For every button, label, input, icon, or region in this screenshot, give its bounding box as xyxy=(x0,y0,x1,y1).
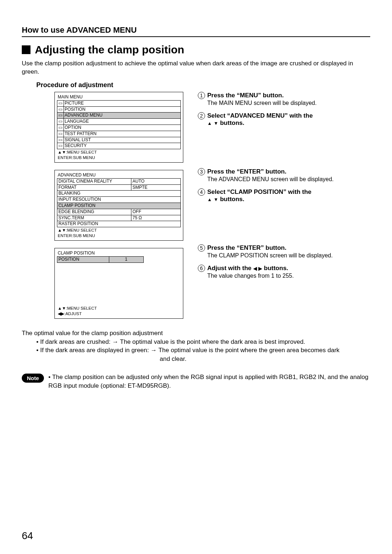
triangle-left-icon xyxy=(253,266,257,271)
bullet-pre: If dark areas are crushed: xyxy=(40,338,111,345)
step-title-cont: buttons. xyxy=(220,119,244,126)
breadcrumb: How to use ADVANCED MENU xyxy=(22,25,370,37)
page-number: 64 xyxy=(22,530,33,542)
step-title: Adjust with the xyxy=(207,265,253,272)
intro-text: Use the clamp position adjustment to ach… xyxy=(22,60,370,76)
square-bullet-icon xyxy=(22,45,30,54)
bullet-pre: If the dark areas are displayed in green… xyxy=(40,347,149,354)
menu-item-selected: POSITION xyxy=(57,256,109,262)
menu-item: FORMAT xyxy=(57,184,131,191)
menu-item: SECURITY xyxy=(64,143,181,149)
menu-item: DIGITAL CINEMA REALITY xyxy=(57,178,131,184)
menu-item: BLANKING xyxy=(57,191,181,197)
bullet-post: The optimal value is the point where the… xyxy=(158,347,339,354)
hint-line: ▲▼:MENU SELECT xyxy=(58,150,97,155)
menu-item: TEST PATTERN xyxy=(64,131,181,137)
note-text: • The clamp position can be adjusted onl… xyxy=(48,373,370,390)
triangle-down-icon xyxy=(214,197,219,202)
step-number-icon: 4 xyxy=(198,188,205,196)
menu-item: EDGE BLENDING xyxy=(57,209,131,215)
menu-item: RASTER POSITION xyxy=(57,221,181,227)
menu-value: 1 xyxy=(109,256,143,262)
step-desc: The value changes from 1 to 255. xyxy=(207,273,370,279)
step-number-icon: 6 xyxy=(198,265,205,272)
menu-value: OFF xyxy=(131,209,181,215)
menu-hint: ▲▼:MENU SELECT ENTER:SUB MENU xyxy=(58,150,97,160)
procedure-heading: Procedure of adjustment xyxy=(36,81,370,89)
hint-line: ▲▼:MENU SELECT xyxy=(58,228,97,233)
step-desc: The MAIN MENU screen will be displayed. xyxy=(207,100,370,106)
hint-line: ◀▶:ADJUST xyxy=(58,311,97,316)
triangle-down-icon xyxy=(214,121,219,126)
step-5: 5 Press the “ENTER” button. The CLAMP PO… xyxy=(198,244,370,259)
menu-value: 75 Ω xyxy=(131,215,181,221)
bullet-post: The optimal value is the point where the… xyxy=(120,338,305,345)
step-title-cont: buttons. xyxy=(220,196,244,203)
note-badge: Note xyxy=(22,374,44,383)
menu-value: AUTO xyxy=(131,178,181,184)
step-number-icon: 1 xyxy=(198,92,205,99)
triangle-up-icon xyxy=(207,121,212,126)
step-title: Press the “ENTER” button. xyxy=(207,168,286,175)
step-title: Press the “ENTER” button. xyxy=(207,244,286,252)
step-title-cont: buttons. xyxy=(264,265,288,272)
advanced-menu-title: ADVANCED MENU xyxy=(58,172,181,178)
main-menu-title: MAIN MENU xyxy=(58,94,181,99)
main-menu-list: ▭PICTURE ▭POSITION ▭ADVANCED MENU ▭LANGU… xyxy=(57,100,181,149)
optimal-value-text: The optimal value for the clamp position… xyxy=(22,329,370,363)
menu-item-selected: CLAMP POSITION xyxy=(57,203,181,209)
menu-hint: ▲▼:MENU SELECT ENTER:SUB MENU xyxy=(58,228,97,238)
step-title: Press the “MENU” button. xyxy=(207,92,284,99)
step-desc: The CLAMP POSITION screen will be displa… xyxy=(207,252,370,259)
step-4: 4 Select “CLAMP POSITION” with the butto… xyxy=(198,188,370,203)
menu-item: POSITION xyxy=(64,106,181,113)
step-number-icon: 5 xyxy=(198,244,205,252)
step-title: Select “ADVANCED MENU” with the xyxy=(207,112,313,119)
menu-item: OPTION xyxy=(64,125,181,131)
step-number-icon: 2 xyxy=(198,112,205,119)
step-3: 3 Press the “ENTER” button. The ADVANCED… xyxy=(198,168,370,183)
menu-value: SMPTE xyxy=(131,184,181,191)
menu-item: INPUT RESOLUTION xyxy=(57,197,181,203)
menu-hint: ▲▼:MENU SELECT ◀▶:ADJUST xyxy=(58,306,97,316)
hint-line: ENTER:SUB MENU xyxy=(58,233,97,238)
step-6: 6 Adjust with the buttons. The value cha… xyxy=(198,265,370,279)
optimal-bullet: If dark areas are crushed: → The optimal… xyxy=(36,338,370,346)
optimal-bullet: If the dark areas are displayed in green… xyxy=(36,346,370,355)
menu-item: SIGNAL LIST xyxy=(64,137,181,143)
section-title-text: Adjusting the clamp position xyxy=(35,44,184,56)
step-1: 1 Press the “MENU” button. The MAIN MENU… xyxy=(198,92,370,106)
advanced-menu-box: ADVANCED MENU DIGITAL CINEMA REALITYAUTO… xyxy=(54,170,183,241)
menu-item: SYNC.TERM xyxy=(57,215,131,221)
step-title: Select “CLAMP POSITION” with the xyxy=(207,188,311,195)
clamp-menu-title: CLAMP POSITION xyxy=(58,250,181,256)
step-number-icon: 3 xyxy=(198,168,205,175)
triangle-right-icon xyxy=(258,266,262,271)
step-2: 2 Select “ADVANCED MENU” with the button… xyxy=(198,112,370,127)
hint-line: ▲▼:MENU SELECT xyxy=(58,306,97,311)
advanced-menu-list: DIGITAL CINEMA REALITYAUTO FORMATSMPTE B… xyxy=(57,178,181,227)
step-desc: The ADVANCED MENU screen will be display… xyxy=(207,176,370,183)
optimal-heading: The optimal value for the clamp position… xyxy=(22,329,370,338)
bullet-continuation: and clear. xyxy=(160,355,370,363)
menu-item-selected: ADVANCED MENU xyxy=(64,113,181,119)
triangle-up-icon xyxy=(207,197,212,202)
main-menu-box: MAIN MENU ▭PICTURE ▭POSITION ▭ADVANCED M… xyxy=(54,92,183,163)
hint-line: ENTER:SUB MENU xyxy=(58,155,97,160)
clamp-position-box: CLAMP POSITION POSITION 1 ▲▼:MENU SELECT… xyxy=(54,248,183,319)
note-row: Note • The clamp position can be adjuste… xyxy=(22,373,370,390)
menu-item: LANGUAGE xyxy=(64,119,181,125)
section-title: Adjusting the clamp position xyxy=(22,44,370,56)
menu-item: PICTURE xyxy=(64,100,181,106)
clamp-menu-list: POSITION 1 xyxy=(57,256,144,263)
